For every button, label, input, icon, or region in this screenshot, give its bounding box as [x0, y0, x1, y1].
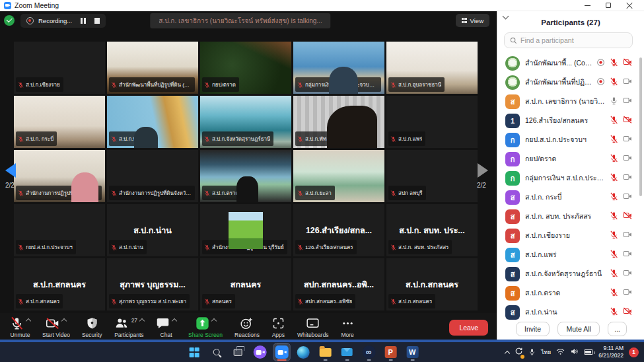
video-tile[interactable]: กยป.ส.ป.ก.ประจวบฯ: [14, 204, 105, 256]
tray-microphone-icon[interactable]: [528, 346, 536, 358]
reactions-button[interactable]: Reactions: [229, 313, 266, 342]
video-tile[interactable]: ส.ป.ก.อุบลราชธานี: [386, 42, 478, 94]
start-button-icon[interactable]: [186, 344, 202, 361]
video-tile[interactable]: ส.ป.ก.จังหวัดสุราษฎร์ธานี: [200, 96, 291, 148]
previous-page-arrow[interactable]: [5, 163, 16, 178]
video-tile[interactable]: ส.ป.ก. สบท. ประ... ส.ป.ก. สบท. ประภัสสร: [386, 204, 478, 256]
camera-on-icon[interactable]: [623, 96, 632, 108]
chevron-up-icon[interactable]: [172, 318, 177, 324]
mic-muted-icon[interactable]: [610, 268, 618, 280]
video-tile[interactable]: ส.ป.ก.พัทลุง/ชานนท์ นวลทอง: [293, 96, 384, 148]
camera-off-icon[interactable]: [623, 115, 632, 127]
start-video-button[interactable]: Start Video: [36, 313, 76, 342]
mic-muted-icon[interactable]: [610, 287, 618, 299]
task-view-icon[interactable]: [230, 344, 246, 361]
pause-recording-button[interactable]: [81, 18, 86, 24]
apps-button[interactable]: Apps: [266, 313, 291, 342]
participant-row[interactable]: สส.ป.ก. กระบี่: [497, 188, 637, 207]
video-tile[interactable]: สำนักงานการปฏิรูปที่ดินจังหวัดร...: [107, 150, 198, 202]
chevron-up-icon[interactable]: [26, 318, 31, 324]
participant-row[interactable]: สส.ป.ก.ตราด: [497, 283, 637, 303]
taskbar-clock[interactable]: 9:11 AM 6/21/2022: [598, 345, 624, 359]
participant-row[interactable]: กกยป/ตราด: [497, 149, 637, 168]
minimize-button[interactable]: [577, 0, 598, 11]
camera-off-icon[interactable]: [623, 57, 632, 69]
next-page-arrow[interactable]: [478, 163, 488, 178]
video-tile[interactable]: 126.สำเรียง/สกล... 126.สำเรียง/สกลนคร: [293, 204, 384, 256]
more-options-button[interactable]: ...: [608, 322, 627, 336]
mic-muted-icon[interactable]: [610, 77, 618, 89]
volume-icon[interactable]: [570, 346, 579, 358]
video-tile[interactable]: ส.ป.ก.แพร่: [386, 96, 478, 148]
participant-row[interactable]: สส.ป.ก. เลขาธิการ (นายวิณะโรจน์ ทรั...: [497, 92, 637, 111]
camera-on-icon[interactable]: [623, 249, 632, 261]
video-tile[interactable]: ส.ป.ก.เชียงราย: [14, 42, 105, 94]
security-button[interactable]: Security: [76, 313, 108, 342]
powerpoint-icon[interactable]: P: [382, 344, 398, 361]
view-button[interactable]: View: [456, 14, 489, 27]
video-tile[interactable]: สำนักงานการปฏิรูปที่ดินจังหวัดน...: [14, 150, 105, 202]
zoom-taskbar-icon[interactable]: [273, 344, 289, 361]
mic-muted-icon[interactable]: [610, 211, 618, 223]
invite-button[interactable]: Invite: [516, 322, 550, 336]
video-tile[interactable]: กยป/ตราด: [200, 42, 291, 94]
participant-row[interactable]: สส.ป.ก.เชียงราย: [497, 226, 637, 245]
participant-row[interactable]: สส.ป.ก.จังหวัดสุราษฎร์ธานี: [497, 264, 637, 283]
video-tile[interactable]: ส.ป.ก.สกลนคร ส.ป.ก.สกลนคร: [14, 258, 105, 310]
language-indicator[interactable]: ไทย: [541, 347, 551, 357]
camera-on-icon[interactable]: [623, 268, 632, 280]
participant-row[interactable]: สำนักพัฒนาพื้นที่ปฏิรูป... (Host): [497, 73, 637, 92]
taskbar-search-icon[interactable]: [208, 344, 224, 361]
sync-status-icon[interactable]: [515, 346, 523, 358]
infinity-logo-icon[interactable]: ∞: [361, 344, 376, 361]
mic-muted-icon[interactable]: [610, 192, 618, 203]
chevron-up-icon[interactable]: [139, 318, 145, 324]
video-tile[interactable]: กลุ่มการเงินฯ ส.ป.ก.ประจวบคีรีขั...: [293, 42, 384, 94]
camera-on-icon[interactable]: [623, 134, 632, 146]
camera-on-icon[interactable]: [623, 192, 632, 203]
chevron-up-icon[interactable]: [61, 318, 67, 324]
video-tile[interactable]: สปก.สกลนคร..อพิ... สปก.สกลนคร..อพิชัย: [293, 258, 384, 310]
participant-search-box[interactable]: [504, 32, 633, 48]
video-tile[interactable]: สำนักงานการปฏิรูปที่ดิน บุรีรัมย์: [200, 204, 291, 256]
mic-on-icon[interactable]: [610, 96, 618, 108]
word-icon[interactable]: W: [404, 344, 420, 361]
chat-button[interactable]: Chat: [150, 313, 182, 342]
battery-icon[interactable]: [584, 349, 593, 355]
edge-browser-icon[interactable]: [295, 344, 311, 361]
video-tile[interactable]: ส.ป.ก.ตราด: [200, 150, 291, 202]
encryption-shield-icon[interactable]: [4, 15, 15, 26]
camera-on-icon[interactable]: [623, 230, 632, 242]
maximize-button[interactable]: [598, 0, 619, 11]
participant-row[interactable]: สส.ป.ก. สบท. ประภัสสร: [497, 207, 637, 226]
camera-on-icon[interactable]: [623, 153, 632, 165]
mic-muted-icon[interactable]: [610, 115, 618, 127]
participants-button[interactable]: 27Participants: [108, 313, 150, 342]
video-tile[interactable]: สำนักพัฒนาพื้นที่ปฏิรูปที่ดิน (ส...: [107, 42, 198, 94]
video-tile[interactable]: ส.ป.ก. กระบี่: [14, 96, 105, 148]
video-app-icon[interactable]: [252, 344, 268, 361]
mic-muted-icon[interactable]: [610, 230, 618, 242]
mic-muted-icon[interactable]: [610, 134, 618, 146]
leave-button[interactable]: Leave: [449, 320, 488, 336]
stop-recording-button[interactable]: [94, 18, 100, 24]
participant-row[interactable]: กกยป.ส.ป.ก.ประจวบฯ: [497, 130, 637, 149]
camera-on-icon[interactable]: [623, 287, 632, 299]
chevron-up-icon[interactable]: [211, 318, 216, 324]
video-tile[interactable]: สปก ลพบุรี: [386, 150, 478, 202]
participant-row[interactable]: สส.ป.ก.แพร่: [497, 245, 637, 264]
unmute-button[interactable]: Unmute: [4, 313, 36, 342]
video-tile[interactable]: ส.ป.ก.น่าน ส.ป.ก.น่าน: [107, 204, 198, 256]
tray-hidden-icons-chevron[interactable]: [505, 350, 510, 355]
participant-row[interactable]: กกลุ่มการเงินฯ ส.ป.ก.ประจวบคีรีขันธ์: [497, 168, 637, 188]
camera-on-icon[interactable]: [623, 172, 632, 184]
video-tile[interactable]: สุภาพร บุญธรรม... สุภาพร บุญธรรม ส.ป.ก.พ…: [107, 258, 198, 310]
video-tile[interactable]: ส.ป.ก.สกลนคร ส.ป.ก.สกลนคร: [386, 258, 478, 310]
camera-off-icon[interactable]: [623, 211, 632, 223]
mail-app-icon[interactable]: [339, 344, 355, 361]
camera-on-icon[interactable]: [623, 77, 632, 89]
notification-badge[interactable]: 1: [629, 347, 639, 357]
mic-muted-icon[interactable]: [610, 172, 618, 184]
mic-muted-icon[interactable]: [610, 249, 618, 261]
video-tile[interactable]: ส.ป.ก.ยะลา: [293, 150, 384, 202]
